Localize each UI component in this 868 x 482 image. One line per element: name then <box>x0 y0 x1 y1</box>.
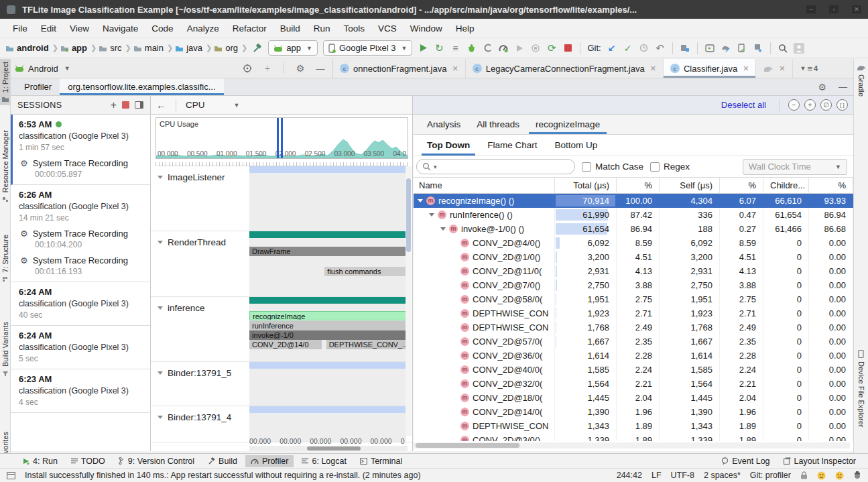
hide-panel-icon[interactable]: — <box>832 78 853 95</box>
search-everywhere-icon[interactable] <box>776 41 790 56</box>
toolwindow-4-run[interactable]: 4: Run <box>17 455 63 467</box>
subtab-top-down[interactable]: Top Down <box>422 135 475 156</box>
breadcrumb-org[interactable]: org <box>214 43 238 53</box>
profiler-view-select[interactable]: CPU▼ <box>186 100 239 110</box>
sdk-manager-icon[interactable] <box>735 41 749 56</box>
trace-span[interactable]: runInference <box>249 321 406 330</box>
sad-face-icon[interactable] <box>835 471 844 480</box>
run-button[interactable] <box>416 41 430 56</box>
table-row[interactable]: mDEPTHWISE_CON1,9232.711,9232.7100.00 <box>414 306 853 320</box>
menu-help[interactable]: Help <box>450 21 481 36</box>
session-item-1[interactable]: 6:26 AMclassification (Google Pixel 3)14… <box>11 185 150 282</box>
reset-zoom-icon[interactable]: ∅ <box>820 99 832 111</box>
editor-tab-0[interactable]: connectionFragment.java✕ <box>333 59 466 78</box>
maximize-icon[interactable]: ▫ <box>829 5 839 13</box>
locate-file-icon[interactable] <box>240 61 255 76</box>
tab-all-threads[interactable]: All threads <box>470 115 526 134</box>
minimize-icon[interactable]: – <box>806 5 816 13</box>
hidden-tabs-dropdown[interactable]: ▼≡4 <box>793 59 824 78</box>
sidebar-item-device-file-explorer[interactable]: Device File Explorer <box>854 347 868 430</box>
table-row[interactable]: mCONV_2D@18/0(1,4452.041,4452.0400.00 <box>414 391 853 405</box>
toolwindow-todo[interactable]: TODO <box>66 455 111 467</box>
attach-debugger-icon[interactable] <box>480 41 495 56</box>
breadcrumb-main[interactable]: main <box>133 43 164 53</box>
gradle-tab[interactable]: ✕ <box>756 59 792 78</box>
session-item-2[interactable]: 6:24 AMclassification (Google Pixel 3)40… <box>11 282 150 326</box>
zoom-out-icon[interactable]: − <box>788 99 800 111</box>
table-row[interactable]: mCONV_2D@4/0()6,0928.596,0928.5900.00 <box>414 236 853 250</box>
device-manager-icon[interactable] <box>719 41 733 56</box>
horizontal-scrollbar[interactable] <box>249 446 408 451</box>
zoom-in-icon[interactable]: + <box>804 99 816 111</box>
collapse-all-icon[interactable]: ÷ <box>260 61 275 76</box>
session-item-0[interactable]: 6:53 AMclassification (Google Pixel 3)1 … <box>11 115 150 185</box>
sidebar-item-build-variants[interactable]: Build Variants <box>0 319 10 379</box>
table-row[interactable]: mrunInference() ()61,99087.423360.4761,6… <box>414 208 853 222</box>
indent-style[interactable]: 2 spaces* <box>704 471 741 480</box>
breadcrumb-app[interactable]: app <box>60 43 87 53</box>
stop-session-icon[interactable] <box>122 101 129 109</box>
sidebar-item-gradle[interactable]: Gradle <box>854 62 868 99</box>
device-select[interactable]: Google Pixel 3▼ <box>323 40 412 56</box>
table-row[interactable]: mDEPTHWISE_CON1,3431.891,3431.8900.00 <box>414 419 853 433</box>
git-branch[interactable]: Git: profiler <box>750 471 791 480</box>
close-icon[interactable]: ✕ <box>650 64 656 73</box>
menu-refactor[interactable]: Refactor <box>227 21 273 36</box>
history-icon[interactable] <box>637 41 652 56</box>
add-session-icon[interactable]: + <box>111 99 117 111</box>
tab-recognizeimage[interactable]: recognizeImage <box>529 115 607 134</box>
toolwindow-terminal[interactable]: Terminal <box>355 455 408 467</box>
thread-name[interactable]: ImageListener <box>158 172 225 182</box>
profiler-tab-1[interactable]: org.tensorflow.lite.examples.classific..… <box>60 78 223 95</box>
menu-analyze[interactable]: Analyze <box>181 21 225 36</box>
trace-span[interactable]: DrawFrame <box>249 247 406 256</box>
toolwindow-9-version-control[interactable]: 9: Version Control <box>113 455 200 467</box>
sidebar-item-7-structure[interactable]: 7: Structure <box>0 232 10 286</box>
table-row[interactable]: mCONV_2D@11/0(2,9314.132,9314.1300.00 <box>414 264 853 278</box>
apply-code-changes-icon[interactable]: ≡ <box>448 41 462 56</box>
column-header-2[interactable]: % <box>617 178 660 194</box>
project-structure-icon[interactable] <box>678 41 692 56</box>
breadcrumb-android[interactable]: android <box>5 43 49 53</box>
close-icon[interactable]: ✕ <box>779 64 785 73</box>
vertical-scrollbar[interactable] <box>406 166 412 436</box>
match-case-checkbox[interactable] <box>582 162 591 172</box>
avd-manager-icon[interactable] <box>751 41 765 56</box>
table-row[interactable]: mCONV_2D@58/0(1,9512.751,9512.7500.00 <box>414 292 853 306</box>
table-row[interactable]: mCONV_2D@36/0(1,6142.281,6142.2800.00 <box>414 349 853 363</box>
thread-row-imagelistener[interactable]: ImageListener <box>151 166 413 231</box>
git-commit-icon[interactable]: ✓ <box>621 41 635 56</box>
apply-changes-icon[interactable]: ↻ <box>432 41 446 56</box>
trace-span[interactable]: recognizeImage <box>249 311 406 320</box>
thread-name[interactable]: Binder:13791_5 <box>158 368 231 378</box>
breadcrumb-java[interactable]: java <box>175 43 202 53</box>
subtab-bottom-up[interactable]: Bottom Up <box>550 135 603 156</box>
deselect-all-link[interactable]: Deselect all <box>721 100 766 110</box>
search-input[interactable]: ▾ <box>416 159 575 174</box>
trace-recording[interactable]: ⚙System Trace Recording00:00:05.897 <box>19 158 143 179</box>
trace-span[interactable]: CONV_2D@14/0 <box>249 340 322 349</box>
menu-run[interactable]: Run <box>308 21 336 36</box>
table-row[interactable]: mCONV_2D@14/0(1,3901.961,3901.9600.00 <box>414 405 853 419</box>
sync-icon[interactable]: ⟳ <box>544 41 559 56</box>
lock-icon[interactable] <box>800 471 808 479</box>
session-item-4[interactable]: 6:23 AMclassification (Google Pixel 3)4 … <box>11 369 150 413</box>
stop-button[interactable] <box>560 41 575 56</box>
table-row[interactable]: minvoke@-1/0() ()61,65486.941880.2761,46… <box>414 222 853 236</box>
thread-row-binder-13791-5[interactable]: Binder:13791_5 <box>151 362 413 406</box>
git-update-icon[interactable]: ↙ <box>605 41 619 56</box>
trace-span[interactable]: flush commands <box>324 267 406 276</box>
table-row[interactable]: mCONV_2D@1/0()3,2004.513,2004.5100.00 <box>414 250 853 264</box>
debug-icon[interactable] <box>464 41 479 56</box>
settings-gear-icon[interactable]: ⚙ <box>812 78 832 95</box>
search-field[interactable] <box>440 162 569 172</box>
editor-tab-1[interactable]: cLegacyCameraConnectionFragment.java✕ <box>466 59 664 78</box>
regex-option[interactable]: Regex <box>650 162 690 172</box>
breadcrumb-src[interactable]: src <box>99 43 121 53</box>
trace-recording[interactable]: ⚙System Trace Recording00:10:04.200 <box>19 229 143 249</box>
tab-analysis[interactable]: Analysis <box>420 115 467 134</box>
back-arrow-icon[interactable]: ← <box>156 99 166 111</box>
thread-name[interactable]: RenderThread <box>158 237 226 247</box>
toolwindow-profiler[interactable]: Profiler <box>245 455 294 467</box>
column-header-1[interactable]: Total (μs) <box>555 178 617 194</box>
